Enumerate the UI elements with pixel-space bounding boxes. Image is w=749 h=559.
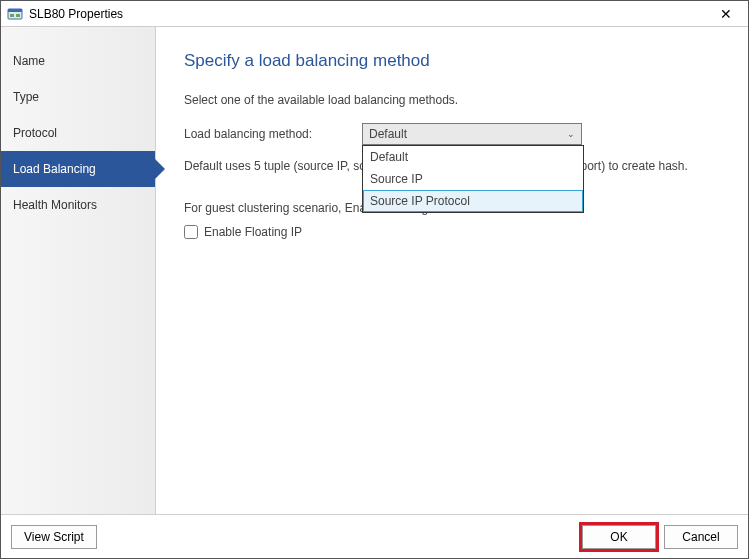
method-option-source-ip[interactable]: Source IP bbox=[363, 168, 583, 190]
button-label: OK bbox=[610, 530, 627, 544]
method-label: Load balancing method: bbox=[184, 127, 352, 141]
page-description: Select one of the available load balanci… bbox=[184, 93, 720, 107]
sidebar-item-name[interactable]: Name bbox=[1, 43, 155, 79]
sidebar-item-type[interactable]: Type bbox=[1, 79, 155, 115]
sidebar-item-label: Name bbox=[13, 54, 45, 68]
method-option-default[interactable]: Default bbox=[363, 146, 583, 168]
sidebar-item-protocol[interactable]: Protocol bbox=[1, 115, 155, 151]
svg-rect-1 bbox=[8, 9, 22, 12]
titlebar: SLB80 Properties ✕ bbox=[1, 1, 748, 27]
chevron-down-icon: ⌄ bbox=[567, 129, 575, 139]
sidebar-item-label: Health Monitors bbox=[13, 198, 97, 212]
close-icon: ✕ bbox=[720, 6, 732, 22]
floating-ip-label: Enable Floating IP bbox=[204, 225, 302, 239]
sidebar-item-label: Protocol bbox=[13, 126, 57, 140]
content-pane: Specify a load balancing method Select o… bbox=[156, 27, 748, 514]
option-label: Default bbox=[370, 150, 408, 164]
option-label: Source IP Protocol bbox=[370, 194, 470, 208]
method-selected-value: Default bbox=[369, 127, 407, 141]
window-title: SLB80 Properties bbox=[29, 7, 123, 21]
button-label: Cancel bbox=[682, 530, 719, 544]
sidebar-item-load-balancing[interactable]: Load Balancing bbox=[1, 151, 155, 187]
svg-rect-2 bbox=[10, 14, 14, 17]
properties-dialog: SLB80 Properties ✕ Name Type Protocol Lo… bbox=[0, 0, 749, 559]
svg-rect-3 bbox=[16, 14, 20, 17]
dialog-body: Name Type Protocol Load Balancing Health… bbox=[1, 27, 748, 514]
sidebar: Name Type Protocol Load Balancing Health… bbox=[1, 27, 156, 514]
sidebar-item-label: Type bbox=[13, 90, 39, 104]
method-option-source-ip-protocol[interactable]: Source IP Protocol bbox=[363, 190, 583, 212]
app-icon bbox=[7, 6, 23, 22]
method-dropdown: Default Source IP Source IP Protocol bbox=[362, 145, 584, 213]
cancel-button[interactable]: Cancel bbox=[664, 525, 738, 549]
option-label: Source IP bbox=[370, 172, 423, 186]
method-combobox[interactable]: Default ⌄ Default Source IP Source IP Pr… bbox=[362, 123, 582, 145]
floating-ip-checkbox[interactable] bbox=[184, 225, 198, 239]
button-label: View Script bbox=[24, 530, 84, 544]
page-heading: Specify a load balancing method bbox=[184, 51, 720, 71]
sidebar-item-health-monitors[interactable]: Health Monitors bbox=[1, 187, 155, 223]
ok-button[interactable]: OK bbox=[582, 525, 656, 549]
sidebar-item-label: Load Balancing bbox=[13, 162, 96, 176]
dialog-footer: View Script OK Cancel bbox=[1, 514, 748, 558]
close-button[interactable]: ✕ bbox=[708, 2, 744, 26]
floating-ip-row: Enable Floating IP bbox=[184, 225, 720, 239]
view-script-button[interactable]: View Script bbox=[11, 525, 97, 549]
method-row: Load balancing method: Default ⌄ Default… bbox=[184, 123, 720, 145]
